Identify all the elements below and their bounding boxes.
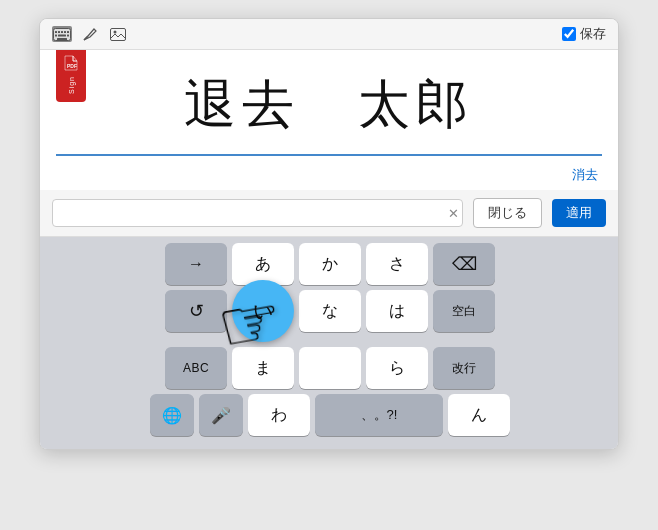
key-ka[interactable]: か — [299, 243, 361, 285]
save-option[interactable]: 保存 — [562, 25, 606, 43]
key-ya[interactable] — [299, 347, 361, 389]
keyboard: → あ か さ ⌫ ↺ い な は 空白 ABC ま ら 改行 — [40, 237, 619, 449]
key-ra[interactable]: ら — [366, 347, 428, 389]
toolbar: 保存 — [40, 19, 618, 50]
key-space[interactable]: 空白 — [433, 290, 495, 332]
svg-rect-10 — [111, 28, 126, 40]
keyboard-row-4: 🌐 🎤 わ 、。?! ん — [44, 394, 616, 436]
signature-area: PDF Sign 退去 太郎 消去 — [40, 50, 618, 190]
svg-rect-9 — [57, 38, 67, 40]
key-ha[interactable]: は — [366, 290, 428, 332]
signature-underline — [56, 154, 602, 156]
clear-button[interactable]: 消去 — [56, 162, 602, 190]
svg-rect-7 — [58, 34, 66, 36]
keyboard-row-2: ↺ い な は 空白 — [44, 290, 616, 342]
pdf-icon: PDF — [62, 54, 80, 74]
toolbar-left — [52, 26, 128, 42]
apply-button[interactable]: 適用 — [552, 199, 606, 227]
key-ma[interactable]: ま — [232, 347, 294, 389]
text-input[interactable] — [52, 199, 463, 227]
key-wa[interactable]: わ — [248, 394, 310, 436]
image-icon[interactable] — [108, 26, 128, 42]
keyboard-icon[interactable] — [52, 26, 72, 42]
svg-rect-6 — [55, 34, 57, 36]
pdf-badge: PDF Sign — [56, 50, 86, 102]
svg-rect-1 — [55, 31, 57, 33]
keyboard-wrapper: → あ か さ ⌫ ↺ い な は 空白 ABC ま ら 改行 — [40, 237, 618, 449]
svg-rect-2 — [58, 31, 60, 33]
toolbar-right: 保存 — [562, 25, 606, 43]
svg-point-11 — [114, 30, 117, 33]
svg-rect-5 — [67, 31, 69, 33]
key-a[interactable]: あ — [232, 243, 294, 285]
input-row: ✕ 閉じる 適用 — [40, 190, 618, 237]
close-button[interactable]: 閉じる — [473, 198, 542, 228]
key-mic[interactable]: 🎤 — [199, 394, 243, 436]
key-undo[interactable]: ↺ — [165, 290, 227, 332]
dialog: 保存 PDF Sign 退去 太郎 消去 ✕ 閉じる 適用 — [39, 18, 619, 450]
key-n[interactable]: ん — [448, 394, 510, 436]
key-arrow-right[interactable]: → — [165, 243, 227, 285]
svg-rect-3 — [61, 31, 63, 33]
keyboard-row-3: ABC ま ら 改行 — [44, 347, 616, 389]
clear-input-button[interactable]: ✕ — [448, 206, 459, 221]
save-label: 保存 — [580, 25, 606, 43]
handwriting-icon[interactable] — [80, 26, 100, 42]
key-punct[interactable]: 、。?! — [315, 394, 443, 436]
save-checkbox[interactable] — [562, 27, 576, 41]
keyboard-row-1: → あ か さ ⌫ — [44, 243, 616, 285]
pdf-sign-text: Sign — [68, 76, 75, 94]
key-globe[interactable]: 🌐 — [150, 394, 194, 436]
key-i[interactable]: い — [232, 280, 294, 342]
signature-text: 退去 太郎 — [56, 60, 602, 154]
key-na[interactable]: な — [299, 290, 361, 332]
svg-text:PDF: PDF — [67, 63, 77, 69]
key-sa[interactable]: さ — [366, 243, 428, 285]
key-abc[interactable]: ABC — [165, 347, 227, 389]
key-enter[interactable]: 改行 — [433, 347, 495, 389]
key-delete[interactable]: ⌫ — [433, 243, 495, 285]
svg-rect-8 — [67, 34, 69, 36]
svg-rect-4 — [64, 31, 66, 33]
text-input-container: ✕ — [52, 199, 463, 227]
